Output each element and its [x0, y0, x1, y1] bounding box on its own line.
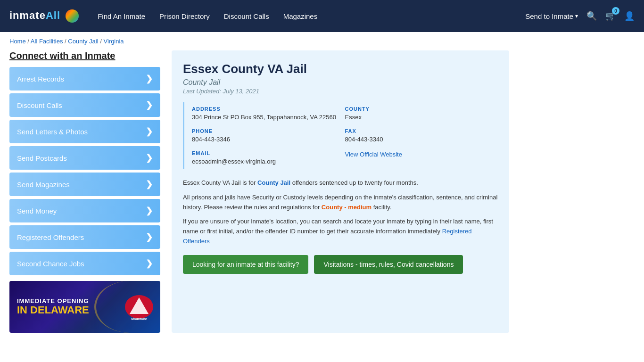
sidebar-item-discount-calls[interactable]: Discount Calls ❯	[9, 93, 160, 117]
ad-text: IMMEDIATE OPENING IN DELAWARE	[9, 291, 97, 322]
facility-description: Essex County VA Jail is for County Jail …	[183, 178, 498, 247]
sidebar-menu: Arrest Records ❯ Discount Calls ❯ Send L…	[9, 67, 160, 275]
breadcrumb-all-facilities[interactable]: All Facilities	[31, 38, 63, 45]
nav-send-to-inmate[interactable]: Send to Inmate	[525, 12, 578, 20]
fax-value: 804-443-3340	[345, 136, 498, 143]
nav-prison-directory-link[interactable]: Prison Directory	[159, 12, 210, 20]
info-email: EMAIL ecsoadmin@essex-virginia.org	[192, 147, 345, 169]
county-medium-link[interactable]: County - medium	[322, 204, 372, 211]
chevron-right-icon: ❯	[146, 74, 153, 84]
breadcrumb-home[interactable]: Home	[9, 38, 26, 45]
logo-inmate: inmate	[9, 9, 46, 21]
facility-last-updated: Last Updated: July 13, 2021	[183, 88, 498, 95]
nav-magazines-link[interactable]: Magazines	[283, 12, 318, 20]
nav-discount-calls-link[interactable]: Discount Calls	[224, 12, 269, 20]
breadcrumb-county-jail[interactable]: County Jail	[68, 38, 98, 45]
visitation-button[interactable]: Visitations - times, rules, Covid cancel…	[314, 255, 463, 274]
nav-prison-directory[interactable]: Prison Directory	[159, 12, 210, 20]
address-label: ADDRESS	[192, 106, 345, 112]
desc1-cont: offenders sentenced up to twenty four mo…	[290, 179, 418, 186]
navbar-right: Send to Inmate 🔍 🛒 0 👤	[525, 11, 635, 21]
sidebar-item-send-letters[interactable]: Send Letters & Photos ❯	[9, 120, 160, 143]
sidebar-item-send-magazines[interactable]: Send Magazines ❯	[9, 173, 160, 196]
sidebar-item-label: Second Chance Jobs	[17, 260, 84, 268]
svg-text:Mountaire: Mountaire	[131, 317, 147, 321]
desc2-cont: facility.	[372, 204, 391, 211]
sidebar-item-label: Registered Offenders	[17, 233, 84, 241]
sidebar: Connect with an Inmate Arrest Records ❯ …	[9, 50, 160, 333]
desc-paragraph-2: All prisons and jails have Security or C…	[183, 193, 498, 213]
sidebar-item-label: Send Money	[17, 207, 57, 215]
fax-label: FAX	[345, 128, 498, 134]
sidebar-item-label: Send Letters & Photos	[17, 128, 88, 136]
search-icon[interactable]: 🔍	[586, 11, 597, 21]
nav-find-inmate[interactable]: Find An Inmate	[98, 12, 145, 20]
sidebar-item-registered-offenders[interactable]: Registered Offenders ❯	[9, 225, 160, 249]
logo-all: All	[46, 9, 60, 21]
logo-text: inmateAll	[9, 9, 79, 23]
address-value: 304 Prince St PO Box 955, Tappahannock, …	[192, 114, 345, 121]
sidebar-item-label: Discount Calls	[17, 101, 62, 109]
chevron-right-icon: ❯	[146, 153, 153, 163]
sidebar-item-second-chance-jobs[interactable]: Second Chance Jobs ❯	[9, 252, 160, 275]
nav-discount-calls[interactable]: Discount Calls	[224, 12, 269, 20]
county-jail-link[interactable]: County Jail	[257, 179, 290, 186]
desc-paragraph-1: Essex County VA Jail is for County Jail …	[183, 178, 498, 188]
navbar-nav: Find An Inmate Prison Directory Discount…	[98, 12, 525, 20]
phone-label: PHONE	[192, 128, 345, 134]
cart-badge: 0	[612, 7, 619, 15]
info-county: COUNTY Essex	[345, 102, 498, 124]
chevron-right-icon: ❯	[146, 100, 153, 110]
info-phone: PHONE 804-443-3346	[192, 124, 345, 147]
logo[interactable]: inmateAll	[9, 9, 79, 23]
ad-banner[interactable]: IMMEDIATE OPENING IN DELAWARE Mountaire	[9, 281, 160, 333]
chevron-right-icon: ❯	[146, 258, 153, 269]
sidebar-item-send-money[interactable]: Send Money ❯	[9, 199, 160, 222]
cart-icon[interactable]: 🛒 0	[605, 11, 616, 21]
sidebar-item-label: Arrest Records	[17, 75, 64, 83]
desc-paragraph-3: If you are unsure of your inmate's locat…	[183, 217, 498, 246]
chevron-right-icon: ❯	[146, 179, 153, 189]
nav-find-inmate-link[interactable]: Find An Inmate	[98, 12, 145, 20]
chevron-right-icon: ❯	[146, 206, 153, 216]
desc1-text: Essex County VA Jail is for	[183, 179, 257, 186]
logo-icon	[66, 9, 79, 23]
ad-delaware-text: IN DELAWARE	[17, 304, 89, 316]
info-website: View Official Website	[345, 147, 498, 169]
user-icon[interactable]: 👤	[624, 11, 635, 21]
facility-name: Essex County VA Jail	[183, 62, 498, 76]
info-fax: FAX 804-443-3340	[345, 124, 498, 147]
county-label: COUNTY	[345, 106, 498, 112]
info-grid: ADDRESS 304 Prince St PO Box 955, Tappah…	[183, 102, 498, 169]
county-value: Essex	[345, 114, 498, 121]
breadcrumb-state[interactable]: Virginia	[103, 38, 124, 45]
action-buttons: Looking for an inmate at this facility? …	[183, 255, 498, 274]
looking-for-inmate-button[interactable]: Looking for an inmate at this facility?	[183, 255, 308, 274]
ad-immediate-text: IMMEDIATE OPENING	[17, 297, 89, 304]
ad-logo-area: Mountaire	[123, 293, 156, 321]
chevron-right-icon: ❯	[146, 126, 153, 137]
info-address: ADDRESS 304 Prince St PO Box 955, Tappah…	[192, 102, 345, 124]
sidebar-item-label: Send Postcards	[17, 154, 67, 162]
email-label: EMAIL	[192, 150, 345, 156]
email-value: ecsoadmin@essex-virginia.org	[192, 158, 345, 165]
main-container: Connect with an Inmate Arrest Records ❯ …	[0, 50, 519, 342]
nav-magazines[interactable]: Magazines	[283, 12, 318, 20]
website-link[interactable]: View Official Website	[345, 151, 402, 158]
sidebar-title: Connect with an Inmate	[9, 50, 160, 61]
sidebar-item-label: Send Magazines	[17, 181, 70, 189]
content-panel: Essex County VA Jail County Jail Last Up…	[172, 50, 509, 333]
sidebar-item-send-postcards[interactable]: Send Postcards ❯	[9, 146, 160, 170]
sidebar-item-arrest-records[interactable]: Arrest Records ❯	[9, 67, 160, 90]
chevron-right-icon: ❯	[146, 232, 153, 242]
phone-value: 804-443-3346	[192, 136, 345, 143]
facility-type: County Jail	[183, 78, 498, 87]
navbar: inmateAll Find An Inmate Prison Director…	[0, 0, 644, 32]
mountaire-logo-icon: Mountaire	[123, 293, 156, 321]
breadcrumb: Home / All Facilities / County Jail / Vi…	[0, 32, 644, 50]
